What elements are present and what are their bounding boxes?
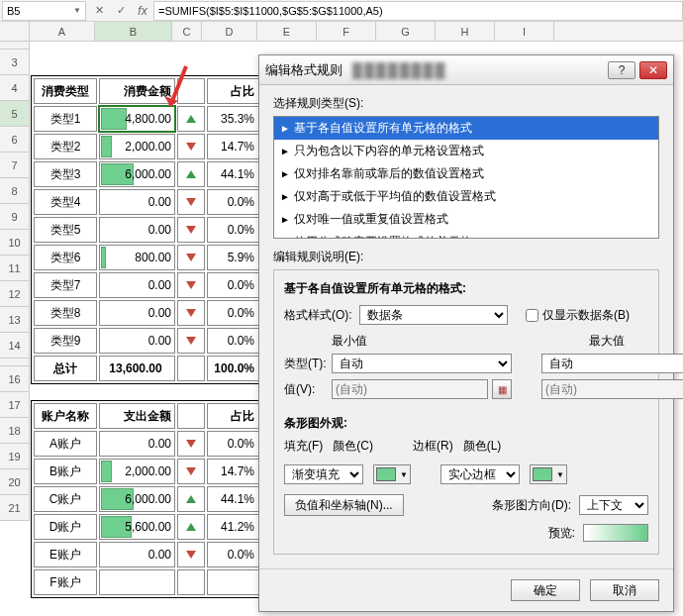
col-header-b[interactable]: B bbox=[95, 22, 172, 41]
cell[interactable] bbox=[177, 459, 205, 484]
dropdown-icon[interactable]: ▼ bbox=[73, 6, 81, 15]
select-all-corner[interactable] bbox=[0, 22, 30, 41]
row-header[interactable] bbox=[0, 42, 30, 50]
formula-input[interactable]: =SUMIFS($I$5:$I$11000,$G$5:$G$11000,A5) bbox=[153, 1, 683, 21]
help-button[interactable]: ? bbox=[608, 61, 635, 79]
cell[interactable] bbox=[177, 272, 205, 298]
checkbox-input[interactable] bbox=[526, 309, 538, 322]
cell[interactable]: 800.00 bbox=[99, 245, 175, 270]
col-header-i[interactable]: I bbox=[495, 22, 554, 41]
cancel-button[interactable]: 取消 bbox=[590, 579, 659, 601]
cell[interactable]: 0.0% bbox=[207, 189, 259, 215]
cell[interactable]: 0.0% bbox=[207, 328, 259, 354]
border-color-picker[interactable]: ▼ bbox=[530, 464, 567, 484]
cell[interactable]: 类型9 bbox=[34, 328, 97, 354]
cell[interactable]: 44.1% bbox=[207, 486, 259, 512]
cell[interactable]: 总计 bbox=[34, 356, 97, 381]
cell[interactable]: 2,000.00 bbox=[99, 134, 175, 159]
cell[interactable]: 14.7% bbox=[207, 134, 259, 159]
cell[interactable]: 35.3% bbox=[207, 106, 259, 132]
header-cell[interactable]: 支出金额 bbox=[99, 403, 175, 429]
format-style-select[interactable]: 数据条 bbox=[359, 305, 508, 325]
col-header-c[interactable]: C bbox=[172, 22, 202, 41]
cell[interactable]: 0.0% bbox=[207, 542, 259, 567]
cell[interactable]: 类型3 bbox=[34, 161, 97, 187]
row-header[interactable]: 7 bbox=[0, 153, 30, 178]
cell[interactable]: 类型6 bbox=[34, 245, 97, 270]
row-header[interactable]: 13 bbox=[0, 307, 30, 333]
header-cell[interactable]: 账户名称 bbox=[34, 403, 97, 429]
header-cell[interactable]: 占比 bbox=[207, 78, 259, 104]
row-header[interactable]: 6 bbox=[0, 127, 30, 153]
close-button[interactable]: ✕ bbox=[639, 61, 667, 79]
cell[interactable]: 0.0% bbox=[207, 431, 259, 457]
row-header[interactable] bbox=[0, 359, 30, 366]
rule-type-item[interactable]: ►只为包含以下内容的单元格设置格式 bbox=[274, 140, 658, 162]
cell[interactable]: 6,000.00 bbox=[99, 161, 175, 187]
min-type-select[interactable]: 自动 bbox=[332, 354, 512, 373]
negative-axis-button[interactable]: 负值和坐标轴(N)... bbox=[284, 494, 404, 516]
row-header[interactable]: 10 bbox=[0, 230, 30, 256]
row-header[interactable]: 21 bbox=[0, 495, 30, 521]
cell[interactable]: 5.9% bbox=[207, 245, 259, 270]
row-header[interactable]: 18 bbox=[0, 418, 30, 444]
direction-select[interactable]: 上下文 bbox=[579, 495, 648, 515]
cell[interactable]: 44.1% bbox=[207, 161, 259, 187]
cell[interactable] bbox=[177, 514, 205, 540]
border-select[interactable]: 实心边框 bbox=[440, 464, 520, 484]
row-header[interactable]: 19 bbox=[0, 444, 30, 469]
rule-type-item[interactable]: ►仅对高于或低于平均值的数值设置格式 bbox=[274, 185, 658, 208]
col-header-f[interactable]: F bbox=[317, 22, 376, 41]
cell[interactable]: B账户 bbox=[34, 459, 97, 484]
cell[interactable]: 0.00 bbox=[99, 431, 175, 457]
cell[interactable] bbox=[177, 134, 205, 159]
header-cell[interactable]: 消费类型 bbox=[34, 78, 97, 104]
fill-color-picker[interactable]: ▼ bbox=[373, 464, 411, 484]
col-header-g[interactable]: G bbox=[376, 22, 436, 41]
name-box[interactable]: B5 ▼ bbox=[2, 1, 86, 21]
fx-icon[interactable]: fx bbox=[133, 1, 152, 21]
rule-type-item[interactable]: ►基于各自值设置所有单元格的格式 bbox=[274, 117, 658, 140]
cell[interactable] bbox=[177, 328, 205, 354]
cell[interactable]: 14.7% bbox=[207, 459, 259, 484]
max-value-input[interactable] bbox=[541, 379, 683, 399]
col-header-d[interactable]: D bbox=[202, 22, 257, 41]
cell[interactable] bbox=[177, 542, 205, 567]
cell[interactable]: C账户 bbox=[34, 486, 97, 512]
cell[interactable]: 6,000.00 bbox=[99, 486, 175, 512]
cell[interactable]: 0.00 bbox=[99, 300, 175, 326]
cell[interactable]: 0.0% bbox=[207, 272, 259, 298]
cell[interactable] bbox=[207, 569, 259, 595]
max-type-select[interactable]: 自动 bbox=[541, 354, 683, 373]
cell[interactable] bbox=[177, 356, 205, 381]
cell[interactable] bbox=[177, 189, 205, 215]
cell[interactable]: 0.0% bbox=[207, 217, 259, 243]
cell[interactable]: 41.2% bbox=[207, 514, 259, 540]
cell[interactable]: 类型1 bbox=[34, 106, 97, 132]
rule-type-list[interactable]: ►基于各自值设置所有单元格的格式 ►只为包含以下内容的单元格设置格式 ►仅对排名… bbox=[273, 116, 659, 239]
cell[interactable] bbox=[177, 486, 205, 512]
cell[interactable]: 类型4 bbox=[34, 189, 97, 215]
row-header[interactable]: 12 bbox=[0, 281, 30, 307]
cell[interactable]: 0.00 bbox=[99, 189, 175, 215]
min-value-input[interactable] bbox=[332, 379, 488, 399]
cell[interactable] bbox=[99, 569, 175, 595]
cell[interactable] bbox=[177, 300, 205, 326]
cell[interactable]: F账户 bbox=[34, 569, 97, 595]
show-bar-only-checkbox[interactable]: 仅显示数据条(B) bbox=[526, 307, 630, 324]
cell[interactable] bbox=[177, 431, 205, 457]
ok-button[interactable]: 确定 bbox=[511, 579, 580, 601]
cell[interactable]: 0.00 bbox=[99, 272, 175, 298]
rule-type-item[interactable]: ►仅对唯一值或重复值设置格式 bbox=[274, 208, 658, 231]
row-header[interactable]: 9 bbox=[0, 204, 30, 230]
header-cell[interactable] bbox=[177, 403, 205, 429]
cell[interactable] bbox=[177, 161, 205, 187]
cell[interactable]: 0.00 bbox=[99, 217, 175, 243]
col-header-a[interactable]: A bbox=[30, 22, 95, 41]
row-header[interactable]: 20 bbox=[0, 469, 30, 495]
cell[interactable]: 5,600.00 bbox=[99, 514, 175, 540]
row-header[interactable]: 8 bbox=[0, 178, 30, 204]
cell[interactable]: 13,600.00 bbox=[99, 356, 175, 381]
confirm-formula-icon[interactable]: ✓ bbox=[111, 1, 131, 21]
cell[interactable]: 100.0% bbox=[207, 356, 259, 381]
